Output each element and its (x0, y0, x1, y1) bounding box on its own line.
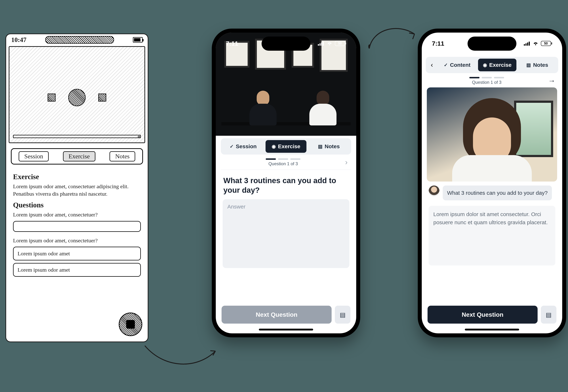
svg-rect-3 (323, 42, 324, 46)
check-icon: ✓ (230, 144, 234, 149)
signal-icon (524, 41, 530, 46)
svg-rect-4 (524, 44, 525, 46)
target-icon: ◉ (272, 144, 276, 149)
arrow-right-icon[interactable]: → (548, 77, 555, 85)
chat-bubble: What 3 routines can you add to your day? (443, 185, 552, 200)
chevron-left-icon: ‹ (431, 61, 433, 69)
tab-label: Content (450, 62, 470, 68)
section-heading: Exercise (13, 172, 141, 181)
clock: 7:11 (226, 40, 238, 47)
svg-rect-6 (527, 42, 528, 46)
questions-heading: Questions (13, 201, 141, 209)
battery-icon (133, 37, 143, 42)
wireframe-phone: 10:47 Session Exercise Notes Exercise Lo… (5, 33, 148, 342)
next-question-button[interactable]: Next Question (222, 306, 332, 323)
tab-notes[interactable]: ▤ Notes (308, 140, 349, 153)
segment-control: ‹ ✓ Content ◉ Exercise ▤ Notes (426, 57, 558, 73)
clock: 7:11 (432, 40, 444, 47)
segment-control: ✓ Session ◉ Exercise ▤ Notes (221, 138, 351, 154)
home-indicator[interactable] (259, 329, 313, 330)
clock: 10:47 (11, 36, 27, 44)
notes-icon: ▤ (318, 144, 323, 149)
progress-label: Question 1 of 3 (472, 80, 502, 85)
dynamic-island (262, 37, 311, 51)
coach-avatar (429, 185, 440, 196)
tab-label: Exercise (489, 62, 511, 68)
next-question-button[interactable]: Next Question (427, 306, 538, 323)
tab-label: Notes (533, 62, 548, 68)
coach-video[interactable] (427, 87, 557, 182)
svg-rect-2 (321, 42, 322, 46)
video-scrubber[interactable] (13, 135, 141, 138)
svg-rect-1 (319, 43, 321, 46)
wifi-icon (533, 41, 539, 46)
sticky-note-icon: ▤ (546, 311, 552, 318)
tab-session[interactable]: Session (19, 151, 49, 161)
tab-content[interactable]: ✓ Content (438, 59, 476, 71)
notes-button[interactable]: ▤ (335, 306, 350, 323)
wifi-icon (327, 41, 333, 46)
fab-button[interactable] (119, 313, 142, 336)
battery-icon: 50 (541, 41, 552, 46)
video-player[interactable] (9, 46, 145, 143)
flow-arrow-icon (143, 338, 219, 371)
section-description: Lorem ipsum odor amet, consectetuer adip… (13, 183, 141, 197)
answer-input[interactable]: Lorem ipsum dolor sit amet consectetur. … (429, 206, 555, 266)
svg-rect-5 (525, 43, 526, 46)
flow-arrow-icon (366, 21, 420, 52)
battery-icon: 50 (335, 41, 346, 46)
tab-notes[interactable]: Notes (110, 151, 135, 161)
svg-rect-7 (529, 42, 530, 46)
progress-indicator: Question 1 of 3 › (216, 157, 356, 168)
tab-label: Notes (325, 143, 340, 150)
back-button[interactable]: ‹ (427, 61, 436, 69)
tab-exercise[interactable]: ◉ Exercise (478, 59, 516, 71)
chevron-right-icon[interactable]: › (345, 158, 348, 166)
notes-button[interactable]: ▤ (541, 306, 556, 323)
tab-exercise[interactable]: Exercise (63, 151, 95, 161)
prev-icon[interactable] (48, 94, 56, 101)
answer-input[interactable]: Answer (223, 199, 349, 268)
answer-text: Lorem ipsum dolor sit amet consectetur. … (433, 211, 548, 225)
progress-label: Question 1 of 3 (269, 161, 298, 166)
answer-input[interactable] (13, 221, 141, 232)
question-text: Lorem ipsum odor amet, consectetuer? (13, 237, 141, 244)
sticky-note-icon: ▤ (340, 311, 346, 318)
tab-exercise[interactable]: ◉ Exercise (266, 140, 307, 153)
answer-option[interactable]: Lorem ipsum odor amet (13, 247, 141, 260)
dynamic-island (468, 37, 516, 51)
placeholder: Answer (227, 204, 245, 210)
chat-message: What 3 routines can you add to your day? (429, 185, 555, 200)
question-text: Lorem ipsum odor amet, consectetuer? (13, 211, 141, 218)
answer-option[interactable]: Lorem ipsum odor amet (13, 263, 141, 277)
question-title: What 3 routines can you add to your day? (223, 173, 349, 199)
speaker-grille-icon (45, 36, 114, 44)
svg-rect-0 (318, 44, 319, 46)
check-icon: ✓ (444, 62, 448, 68)
signal-icon (318, 41, 324, 46)
tab-label: Exercise (278, 143, 300, 150)
next-icon[interactable] (98, 94, 106, 101)
phone-frame: 7:11 50 ‹ ✓ Content ◉ Exercise (418, 28, 566, 337)
battery-level: 50 (335, 41, 345, 46)
fab-icon (126, 320, 135, 329)
tab-notes[interactable]: ▤ Notes (518, 59, 556, 71)
segment-control: Session Exercise Notes (11, 148, 143, 165)
progress-indicator: Question 1 of 3 → (422, 76, 562, 86)
status-bar: 10:47 (6, 34, 148, 44)
notes-icon: ▤ (526, 62, 531, 68)
home-indicator[interactable] (465, 329, 519, 330)
tab-session[interactable]: ✓ Session (223, 140, 264, 153)
tab-label: Session (236, 143, 257, 150)
target-icon: ◉ (483, 62, 487, 68)
phone-frame: 7:11 50 ✓ Session ◉ Exercise (212, 28, 360, 337)
play-icon[interactable] (68, 89, 85, 106)
battery-level: 50 (541, 41, 551, 46)
